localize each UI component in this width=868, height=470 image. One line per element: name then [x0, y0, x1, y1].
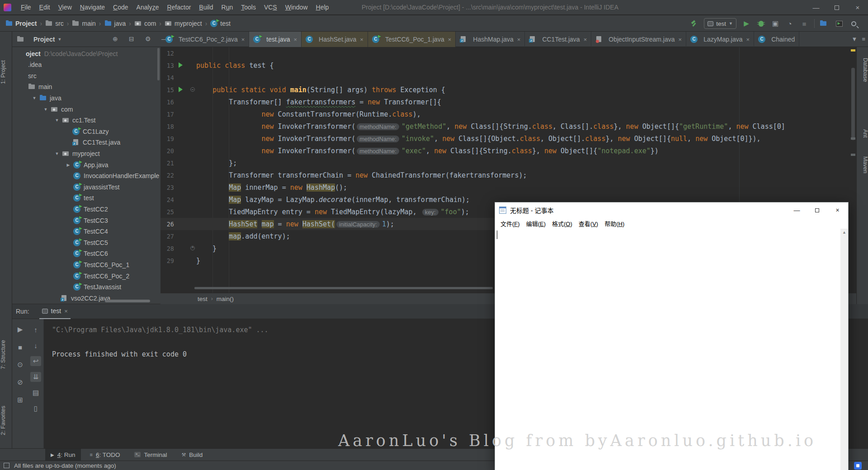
breadcrumb-item-com[interactable]: com	[134, 20, 156, 27]
tree-item-oject[interactable]: ojectD:\code\JavaCode\Project	[12, 48, 160, 59]
fold-end-icon[interactable]: ^	[190, 246, 195, 250]
code-line-20[interactable]: 20 new InvokerTransformer(methodName:"ex…	[160, 145, 849, 157]
close-icon[interactable]: ×	[448, 36, 452, 43]
tree-vertical-scrollbar[interactable]	[157, 48, 160, 80]
tool-window-tab-terminal[interactable]: Terminal	[129, 449, 172, 461]
tab-test-java[interactable]: test.java×	[249, 32, 302, 47]
build-project-icon[interactable]	[689, 19, 698, 28]
tree-item-java[interactable]: ▼java	[12, 92, 160, 103]
tab-hashmap-java[interactable]: HashMap.java×	[456, 32, 525, 47]
maximize-button[interactable]	[826, 0, 847, 15]
fold-icon[interactable]: −	[190, 87, 195, 92]
chevron-right-icon[interactable]: ▶	[63, 163, 73, 167]
tree-item-idea[interactable]: .idea	[12, 59, 160, 70]
menu-item-code[interactable]: Code	[109, 4, 132, 11]
editor-vertical-scrollbar[interactable]	[851, 68, 855, 140]
tab-chained[interactable]: Chained	[754, 32, 799, 47]
print-icon[interactable]: ▤	[30, 388, 41, 398]
code-line-21[interactable]: 21 };	[160, 157, 849, 169]
tree-item-src[interactable]: src	[12, 70, 160, 81]
breadcrumb-item-java[interactable]: java	[104, 20, 126, 27]
code-line-23[interactable]: 23 Map innerMap = new HashMap();	[160, 181, 849, 193]
menu-item-tools[interactable]: Tools	[237, 4, 260, 11]
project-panel-header[interactable]: Project ▼ ⊕ ⊟ ⚙ —	[12, 32, 160, 47]
menu-item-file[interactable]: File	[17, 4, 35, 11]
notepad-maximize-button[interactable]	[807, 202, 827, 218]
screenshot-icon[interactable]: ⊙	[15, 360, 26, 370]
tree-item-main[interactable]: main	[12, 81, 160, 93]
tree-item-testcc6[interactable]: TestCC6	[12, 248, 160, 259]
next-occurrence-icon[interactable]: ↓	[30, 340, 41, 350]
notepad-menu-mm-e[interactable]: 编辑(E)	[523, 219, 549, 228]
tab-list-icon[interactable]: ≡	[862, 36, 865, 42]
close-icon[interactable]: ×	[64, 308, 68, 315]
close-icon[interactable]: ×	[360, 36, 363, 43]
menu-item-edit[interactable]: Edit	[35, 4, 54, 11]
code-line-16[interactable]: 16 Transformer[] fakertransformers = new…	[160, 96, 849, 108]
tree-item-cc1test-java[interactable]: CC1Test.java	[12, 137, 160, 148]
run-line-icon[interactable]	[179, 62, 183, 68]
stop-button[interactable]: ■	[800, 19, 809, 28]
breadcrumb-item-myproject[interactable]: myproject	[165, 20, 202, 27]
notepad-scrollbar[interactable]	[840, 229, 848, 470]
close-button[interactable]: ×	[847, 0, 868, 15]
search-everywhere-icon[interactable]	[849, 19, 858, 28]
code-line-14[interactable]: 14	[160, 71, 849, 84]
tab-testcc6-poc-1-java[interactable]: TestCC6_Poc_1.java×	[368, 32, 456, 47]
close-icon[interactable]: ×	[293, 36, 297, 43]
notepad-menu-mm-h[interactable]: 帮助(H)	[601, 219, 627, 228]
gear-icon[interactable]: ⚙	[145, 35, 151, 42]
stripe-mark[interactable]	[851, 137, 855, 140]
tree-item-testcc6-poc-2[interactable]: TestCC6_Poc_2	[12, 270, 160, 282]
run-configuration-select[interactable]: test ▼	[704, 18, 736, 29]
menu-item-run[interactable]: Run	[217, 4, 237, 11]
rerun-icon[interactable]: ▶	[15, 324, 26, 334]
warning-stripe-mark[interactable]	[851, 49, 855, 52]
breadcrumb-method[interactable]: main()	[217, 296, 234, 302]
tree-item-testcc2[interactable]: TestCC2	[12, 203, 160, 215]
code-line-18[interactable]: 18 new InvokerTransformer(methodName:"ge…	[160, 120, 849, 132]
menu-item-analyze[interactable]: Analyze	[132, 4, 163, 11]
tree-item-testcc6-poc-1[interactable]: TestCC6_Poc_1	[12, 259, 160, 270]
chevron-down-icon[interactable]: ▼	[41, 107, 51, 112]
project-structure-icon[interactable]	[820, 19, 829, 28]
close-icon[interactable]: ×	[517, 36, 521, 43]
profiler-button[interactable]: ◔	[785, 19, 794, 28]
tab-dropdown-icon[interactable]: ▼	[852, 36, 858, 42]
run-anything-icon[interactable]	[835, 19, 844, 28]
breadcrumb-item-project[interactable]: Project	[5, 20, 37, 27]
run-panel-tab[interactable]: test ×	[39, 304, 71, 319]
notepad-title-bar[interactable]: 无标题 - 记事本 — ×	[495, 202, 848, 218]
event-log-icon[interactable]	[854, 462, 862, 470]
chevron-down-icon[interactable]: ▼	[52, 118, 62, 122]
collapse-all-icon[interactable]: ⊟	[129, 35, 134, 42]
tree-item-myproject[interactable]: ▼myproject	[12, 148, 160, 159]
breadcrumb-class[interactable]: test	[198, 296, 208, 302]
locate-file-icon[interactable]: ⊕	[113, 35, 118, 42]
scroll-to-end-icon[interactable]: ⇊	[30, 372, 41, 382]
notepad-minimize-button[interactable]: —	[787, 202, 807, 218]
tree-item-testcc3[interactable]: TestCC3	[12, 215, 160, 226]
breadcrumb-item-main[interactable]: main	[72, 20, 95, 27]
tree-item-testjavassist[interactable]: TestJavassist	[12, 282, 160, 293]
tab-lazymap-java[interactable]: LazyMap.java×	[686, 32, 754, 47]
tree-item-cc1-test[interactable]: ▼cc1.Test	[12, 115, 160, 126]
tool-stripe-database[interactable]: Database	[857, 45, 868, 95]
code-line-22[interactable]: 22 Transformer transformerChain = new Ch…	[160, 169, 849, 181]
tab-hashset-java[interactable]: HashSet.java×	[302, 32, 368, 47]
code-line-17[interactable]: 17 new ConstantTransformer(Runtime.class…	[160, 108, 849, 120]
code-line-19[interactable]: 19 new InvokerTransformer(methodName:"in…	[160, 132, 849, 145]
restore-layout-icon[interactable]: ⊞	[15, 395, 26, 405]
editor-horizontal-scrollbar[interactable]	[194, 287, 493, 289]
toggle-stripes-icon[interactable]	[4, 463, 9, 468]
run-line-icon[interactable]	[179, 87, 183, 92]
minimize-button[interactable]: —	[806, 0, 826, 15]
notepad-menu-mm-v[interactable]: 查看(V)	[576, 219, 601, 228]
close-icon[interactable]: ×	[241, 36, 245, 43]
close-icon[interactable]: ×	[746, 36, 750, 43]
tab-objectinputstream-java[interactable]: ObjectInputStream.java×	[591, 32, 686, 47]
menu-item-refactor[interactable]: Refactor	[163, 4, 195, 11]
notepad-close-button[interactable]: ×	[827, 202, 848, 218]
tab-testcc6-poc-2-java[interactable]: TestCC6_Poc_2.java×	[161, 32, 249, 47]
menu-item-view[interactable]: View	[54, 4, 76, 11]
